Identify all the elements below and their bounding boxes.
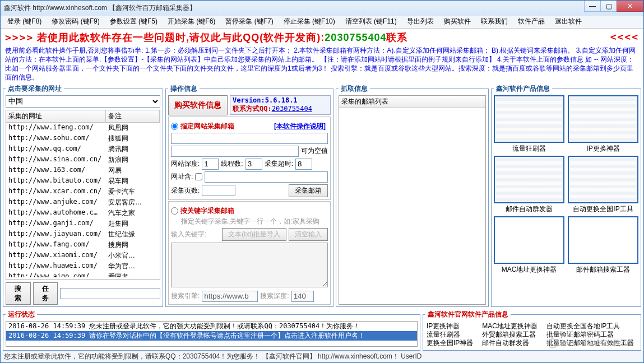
empty-label: 可为空值 — [301, 146, 328, 156]
prodinfo-item[interactable]: 流量狂刷器 — [427, 331, 476, 339]
statusbar: 您未注册或登录此软件，它的功能将受到限制，请联系QQ：2030755404！为您… — [1, 351, 643, 362]
log-line: 2016-08-26 14:59:39 您未注册或登录此软件，它的强大功能受到限… — [6, 322, 417, 331]
ops-panel: 操作信息 购买软件信息 Version:5.6.18.1 联系方式QQ:2030… — [165, 84, 333, 307]
prodinfo-item[interactable]: IP更换神器 — [427, 322, 476, 331]
searchengine-input — [202, 291, 258, 302]
warning-banner: >>>> 若使用此款软件存在一些问题时,请仅此与此QQ(软件开发商):20307… — [3, 30, 641, 45]
menu-item[interactable]: 退出软件 — [550, 16, 586, 27]
email-listbox[interactable]: 采集的邮箱列表 — [339, 95, 486, 305]
table-row[interactable]: http://www.xiaomi.com/小米官… — [6, 250, 160, 261]
table-row[interactable]: http://www.ifeng.com/凤凰网 — [6, 123, 160, 133]
radio-site[interactable] — [171, 123, 178, 130]
radio-site-label: 指定网站采集邮箱 — [180, 122, 234, 131]
prodinfo-item[interactable]: 邮件自动群发器 — [482, 339, 541, 347]
menu-item[interactable]: 参数设置 (键F5) — [105, 16, 162, 27]
keyword-hint: 指定关键字采集,关键字一行一个，如:家具采购 — [181, 217, 328, 226]
products-panel: 鑫河软件产品信息 流量狂刷器IP更换神器邮件自动群发器自动更换全国IP工具MAC… — [491, 84, 641, 307]
thread-input[interactable] — [245, 159, 262, 170]
product-cell[interactable]: MAC地址更换神器 — [494, 216, 564, 274]
table-row[interactable]: http://www.sohu.com/搜狐网 — [6, 133, 160, 144]
menu-item[interactable]: 联系我们 — [476, 16, 512, 27]
menu-item[interactable]: 登录 (键F8) — [3, 16, 46, 27]
table-row[interactable]: http://www.autohome.c…汽车之家 — [6, 208, 160, 218]
buy-button[interactable]: 购买软件信息 — [168, 95, 228, 115]
ops-panel-title: 操作信息 — [168, 84, 200, 94]
table-row[interactable]: http://www.fang.com/搜房网 — [6, 240, 160, 250]
search-input[interactable] — [60, 288, 160, 299]
url-table[interactable]: 采集的网址 备注 http://www.ifeng.com/凤凰网http://… — [6, 110, 160, 280]
menu-item[interactable]: 暂停采集 (键F7) — [221, 16, 277, 27]
url-panel: 点击要采集的网址 中国 采集的网址 备注 http://www.ifeng.co… — [3, 84, 163, 307]
menu-item[interactable]: 停止采集 (键F10) — [279, 16, 340, 27]
product-cell[interactable]: 自动更换全国IP工具 — [568, 156, 638, 214]
menu-item[interactable]: 导出列表 — [402, 16, 438, 27]
titlebar: 鑫河软件 http://www.xinhesoft.com 【鑫河软件百万邮箱采… — [1, 1, 643, 16]
grab-panel: 抓取信息 采集的邮箱列表 — [336, 84, 489, 307]
grab-panel-title: 抓取信息 — [339, 84, 370, 94]
prodinfo-panel-title: 鑫河软件官网软件产品信息 — [425, 310, 511, 319]
col-note-header: 备注 — [106, 110, 160, 122]
keyword-textarea — [171, 243, 328, 287]
prodinfo-item[interactable]: 更换全国IP神器 — [427, 339, 476, 347]
product-cell[interactable]: 邮件自动群发器 — [494, 156, 564, 214]
search-button[interactable]: 搜索 — [6, 282, 31, 305]
table-row[interactable]: http://www.163.com/网易 — [6, 165, 160, 176]
log-line[interactable]: 2016-08-26 14:59:39 请你在登录对话框中的【没有软件登录帐号请… — [6, 331, 417, 341]
table-row[interactable]: http://www.xcar.com.cn/爱卡汽车 — [6, 187, 160, 197]
manual-link[interactable]: [本软件操作说明] — [272, 122, 328, 131]
col-url-header: 采集的网址 — [6, 110, 106, 122]
depth-input[interactable] — [202, 159, 219, 170]
radio-keyword-label: 按关键字采集邮箱 — [180, 206, 234, 216]
pages-input[interactable] — [202, 185, 235, 196]
radio-keyword[interactable] — [171, 207, 178, 215]
urlinc-check[interactable] — [195, 173, 202, 180]
status-panel: 运行状态 2016-08-26 14:59:39 您未注册或登录此软件，它的强大… — [3, 310, 420, 351]
menu-item[interactable]: 购买软件 — [439, 16, 475, 27]
url-panel-title: 点击要采集的网址 — [6, 84, 64, 94]
product-cell[interactable]: 流量狂刷器 — [494, 95, 564, 153]
menu-item[interactable]: 修改密码 (键F9) — [47, 16, 104, 27]
site-url-input[interactable] — [171, 133, 328, 144]
status-panel-title: 运行状态 — [6, 310, 37, 319]
prodinfo-item[interactable]: MAC地址更换神器 — [482, 322, 541, 331]
table-row[interactable]: http://www.sina.com.cn/新浪网 — [6, 155, 160, 165]
prodinfo-item[interactable]: 批量验证邮箱密码工器 — [546, 331, 637, 339]
menu-item[interactable]: 软件产品 — [513, 16, 549, 27]
table-row[interactable]: http://www.anjuke.com/安居客房… — [6, 197, 160, 208]
instructions-text: 使用前必看此软件操作手册,否则您将事倍功半: 1.第一步：必须解压到同一文件夹下… — [3, 46, 641, 83]
prodinfo-item[interactable]: 自动更换全国各地IP工具 — [546, 322, 637, 331]
table-row[interactable]: http://www.ganji.com/赶集网 — [6, 218, 160, 229]
watermark-icon — [548, 338, 558, 348]
site-filter-input[interactable] — [171, 146, 299, 157]
maximize-button[interactable]: ▢ — [600, 1, 617, 12]
menu-item[interactable]: 清空列表 (键F11) — [341, 16, 401, 27]
product-cell[interactable]: IP更换神器 — [568, 95, 638, 153]
table-row[interactable]: http://www.jiayuan.com/世纪佳缘 — [6, 229, 160, 240]
log-box[interactable]: 2016-08-26 14:59:39 您未注册或登录此软件，它的强大功能受到限… — [6, 321, 418, 347]
clear-input-button[interactable]: 清空输入 — [289, 228, 328, 241]
window-title: 鑫河软件 http://www.xinhesoft.com 【鑫河软件百万邮箱采… — [4, 3, 196, 13]
table-row[interactable]: http://www.qq.com/腾讯网 — [6, 144, 160, 155]
version-box: Version:5.6.18.1 联系方式QQ:2030755404 — [230, 95, 331, 115]
watermark: www.downxia.com — [548, 338, 634, 348]
products-panel-title: 鑫河软件产品信息 — [494, 84, 552, 94]
table-row[interactable]: http://www.aigo.com/爱国者… — [6, 272, 160, 277]
email-list-header: 采集的邮箱列表 — [339, 96, 485, 108]
collect-button[interactable]: 采集邮箱 — [289, 184, 328, 197]
close-button[interactable]: ✕ — [617, 1, 643, 12]
menu-item[interactable]: 开始采集 (键F6) — [163, 16, 220, 27]
product-cell[interactable]: 邮件邮箱搜索工器 — [568, 216, 638, 274]
timeout-input[interactable] — [295, 159, 312, 170]
menubar: 登录 (键F8)修改密码 (键F9)参数设置 (键F5)开始采集 (键F6)暂停… — [1, 16, 643, 29]
searchdepth-input — [291, 291, 314, 302]
urlinc-input[interactable] — [205, 171, 328, 183]
prodinfo-item[interactable]: 外贸邮箱搜索工器 — [482, 331, 541, 339]
task-button[interactable]: 任务 — [33, 282, 58, 305]
minimize-button[interactable]: — — [584, 1, 601, 12]
table-row[interactable]: http://www.huawei.com/华为官… — [6, 261, 160, 272]
country-select[interactable]: 中国 — [6, 95, 160, 108]
table-row[interactable]: http://www.bitauto.com/易车网 — [6, 176, 160, 187]
import-button[interactable]: 文本(txt)批量导入 — [222, 228, 286, 241]
